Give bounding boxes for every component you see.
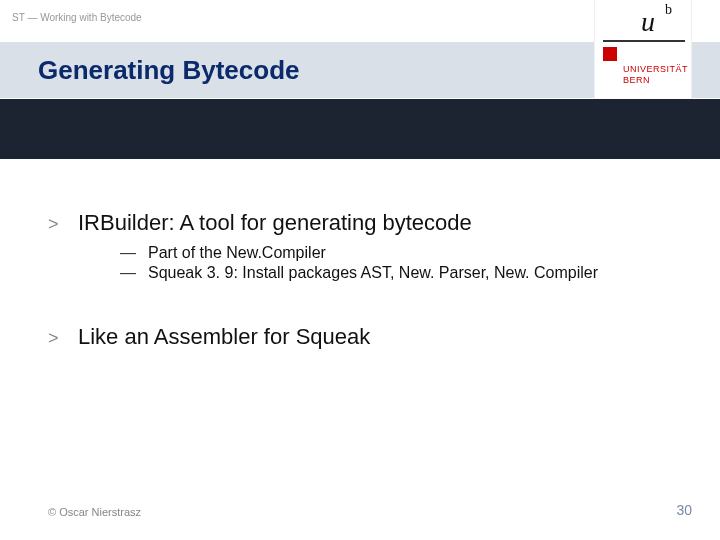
sub-marker-icon: —: [120, 244, 148, 262]
sub-text: Squeak 3. 9: Install packages AST, New. …: [148, 264, 598, 282]
sub-text: Part of the New.Compiler: [148, 244, 326, 262]
logo-text: UNIVERSITÄT BERN: [623, 64, 688, 87]
page-title: Generating Bytecode: [38, 55, 300, 86]
bullet-marker-icon: >: [48, 328, 78, 349]
bullet-text: IRBuilder: A tool for generating bytecod…: [78, 210, 472, 236]
university-logo: u b UNIVERSITÄT BERN: [594, 0, 692, 100]
sub-marker-icon: —: [120, 264, 148, 282]
sub-item: — Squeak 3. 9: Install packages AST, New…: [120, 264, 680, 282]
bullet-item: > IRBuilder: A tool for generating bytec…: [48, 210, 680, 236]
dark-band: [0, 99, 720, 159]
logo-rule: [603, 40, 685, 42]
bullet-item: > Like an Assembler for Squeak: [48, 324, 680, 350]
logo-letter-b: b: [665, 2, 672, 18]
sub-list: — Part of the New.Compiler — Squeak 3. 9…: [120, 244, 680, 282]
page-number: 30: [676, 502, 692, 518]
bullet-marker-icon: >: [48, 214, 78, 235]
bullet-text: Like an Assembler for Squeak: [78, 324, 370, 350]
logo-letter-u: u: [641, 6, 655, 38]
footer-copyright: © Oscar Nierstrasz: [48, 506, 141, 518]
logo-line1: UNIVERSITÄT: [623, 64, 688, 74]
breadcrumb: ST — Working with Bytecode: [12, 12, 142, 23]
content-area: > IRBuilder: A tool for generating bytec…: [48, 210, 680, 352]
sub-item: — Part of the New.Compiler: [120, 244, 680, 262]
logo-line2: BERN: [623, 75, 650, 85]
slide: ST — Working with Bytecode Generating By…: [0, 0, 720, 540]
logo-square-icon: [603, 47, 617, 61]
